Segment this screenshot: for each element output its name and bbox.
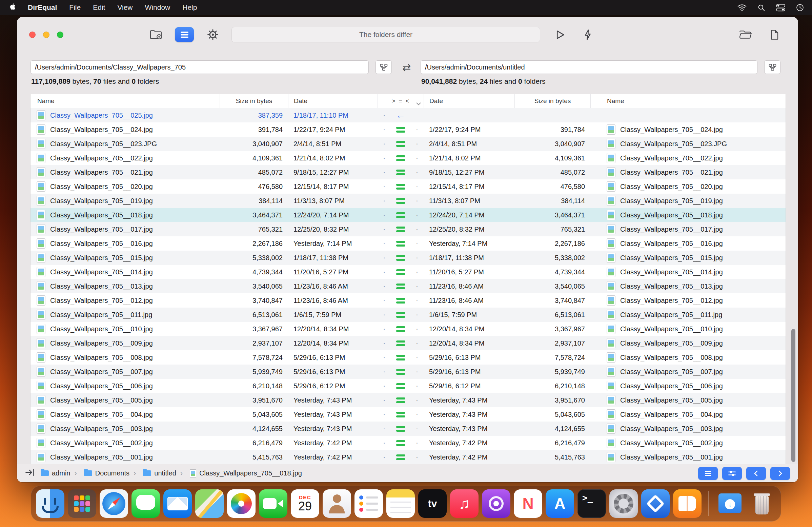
dock-maps-icon[interactable] — [195, 489, 224, 518]
dock-facetime-icon[interactable] — [259, 489, 287, 518]
equal-icon — [396, 341, 405, 346]
breadcrumb-item[interactable]: Documents — [70, 469, 129, 478]
export-report-button[interactable] — [765, 26, 784, 44]
right-folder-tree-button[interactable] — [764, 60, 781, 74]
menu-item-view[interactable]: View — [117, 3, 132, 12]
dock-mail-icon[interactable] — [163, 489, 192, 518]
table-row[interactable]: Classy_Wallpapers_705__002.jpg6,216,479Y… — [30, 436, 786, 450]
dot-icon: · — [416, 169, 418, 176]
file-date-left: 11/20/16, 5:27 PM — [288, 268, 378, 276]
file-date-right: Yesterday, 7:43 PM — [424, 411, 514, 418]
table-row[interactable]: Classy_Wallpapers_705__018.jpg3,464,3711… — [30, 208, 786, 222]
new-comparison-button[interactable] — [147, 26, 165, 44]
equal-icon — [396, 326, 405, 332]
header-compare[interactable]: > = < — [378, 94, 424, 108]
apple-menu-icon[interactable] — [10, 3, 16, 12]
wifi-icon[interactable] — [737, 4, 746, 11]
settings-gear-button[interactable] — [204, 26, 222, 44]
breadcrumb-item[interactable]: admin — [41, 469, 70, 477]
table-row[interactable]: Classy_Wallpapers_705__011.jpg6,513,0611… — [30, 308, 786, 322]
menu-item-edit[interactable]: Edit — [93, 3, 105, 12]
close-button[interactable] — [29, 31, 35, 38]
spotlight-search-icon[interactable] — [757, 4, 765, 12]
dock-podcasts-icon[interactable] — [482, 489, 510, 518]
breadcrumb-item[interactable]: Classy_Wallpapers_705__018.jpg — [176, 469, 302, 478]
table-row[interactable]: Classy_Wallpapers_705__001.jpg5,415,763Y… — [30, 450, 786, 464]
quick-sync-bolt-button[interactable] — [579, 26, 597, 44]
reveal-in-finder-button[interactable] — [736, 26, 755, 44]
equal-icon — [396, 212, 405, 218]
equal-icon — [396, 170, 405, 175]
dock-apps: DEC29 — [36, 489, 776, 518]
dot-icon: · — [416, 154, 418, 162]
compare-indicator: ·· — [378, 439, 424, 447]
dock-calendar-icon[interactable]: DEC29 — [291, 489, 319, 518]
dock-downloads-icon[interactable] — [716, 489, 744, 518]
dock-photos-icon[interactable] — [227, 489, 256, 518]
menu-item-file[interactable]: File — [69, 3, 81, 12]
image-file-icon — [607, 267, 615, 277]
table-row[interactable]: Classy_Wallpapers_705__021.jpg485,0729/1… — [30, 165, 786, 180]
table-row[interactable]: Classy_Wallpapers_705__023.JPG3,040,9072… — [30, 137, 786, 151]
table-row[interactable]: Classy_Wallpapers_705__006.jpg6,210,1485… — [30, 379, 786, 393]
dock-reminders-icon[interactable] — [354, 489, 383, 518]
table-row[interactable]: Classy_Wallpapers_705__003.jpg4,124,655Y… — [30, 422, 786, 436]
dock-music-icon[interactable] — [450, 489, 479, 518]
menu-item-help[interactable]: Help — [182, 3, 197, 12]
table-row[interactable]: Classy_Wallpapers_705__004.jpg5,043,605Y… — [30, 407, 786, 422]
dock-launchpad-icon[interactable] — [68, 489, 96, 518]
clock-icon[interactable] — [796, 4, 804, 12]
dock-terminal-icon[interactable] — [578, 489, 606, 518]
menu-item-window[interactable]: Window — [145, 3, 171, 12]
list-options-button[interactable] — [698, 467, 718, 480]
dock-appstore-icon[interactable] — [546, 489, 574, 518]
control-center-icon[interactable] — [776, 4, 785, 12]
next-difference-button[interactable] — [770, 467, 790, 480]
table-row[interactable]: Classy_Wallpapers_705__012.jpg3,740,8471… — [30, 293, 786, 308]
table-row[interactable]: Classy_Wallpapers_705__025.jpg387,3591/1… — [30, 108, 786, 123]
table-row[interactable]: Classy_Wallpapers_705__019.jpg384,11411/… — [30, 194, 786, 208]
dock-finder-icon[interactable] — [36, 489, 64, 518]
table-row[interactable]: Classy_Wallpapers_705__007.jpg5,939,7495… — [30, 365, 786, 379]
dock-books-icon[interactable] — [673, 489, 701, 518]
vertical-scrollbar[interactable] — [791, 329, 795, 462]
table-row[interactable]: Classy_Wallpapers_705__017.jpg765,32112/… — [30, 222, 786, 237]
dock-tv-icon[interactable] — [418, 489, 447, 518]
previous-difference-button[interactable] — [746, 467, 766, 480]
dock-safari-icon[interactable] — [100, 489, 128, 518]
right-path-field[interactable] — [421, 60, 757, 74]
jump-to-selection-icon[interactable] — [25, 468, 35, 479]
table-row[interactable]: Classy_Wallpapers_705__014.jpg4,739,3441… — [30, 265, 786, 279]
file-name-right: Classy_Wallpapers_705__017.jpg — [590, 224, 786, 234]
menu-app-name[interactable]: DirEqual — [28, 3, 57, 12]
zoom-button[interactable] — [57, 31, 63, 38]
filter-sliders-button[interactable] — [722, 467, 742, 480]
dock-messages-icon[interactable] — [131, 489, 160, 518]
table-row[interactable]: Classy_Wallpapers_705__009.jpg2,937,1071… — [30, 336, 786, 350]
table-row[interactable]: Classy_Wallpapers_705__010.jpg3,367,9671… — [30, 322, 786, 336]
dock-notes-icon[interactable] — [386, 489, 415, 518]
dock-contacts-icon[interactable] — [323, 489, 351, 518]
dock-trash-icon[interactable] — [748, 489, 776, 518]
table-row[interactable]: Classy_Wallpapers_705__022.jpg4,109,3611… — [30, 151, 786, 165]
run-comparison-button[interactable] — [551, 26, 569, 44]
breadcrumb-item[interactable]: untitled — [129, 469, 176, 478]
minimize-button[interactable] — [43, 31, 49, 38]
file-size-right: 3,464,371 — [514, 211, 590, 219]
left-folder-tree-button[interactable] — [376, 60, 392, 74]
dock-news-icon[interactable] — [514, 489, 542, 518]
table-row[interactable]: Classy_Wallpapers_705__024.jpg391,7841/2… — [30, 123, 786, 137]
swap-sides-button[interactable]: ⇄ — [398, 60, 416, 74]
table-row[interactable]: Classy_Wallpapers_705__016.jpg2,267,186Y… — [30, 237, 786, 251]
left-path-field[interactable] — [30, 60, 369, 74]
table-row[interactable]: Classy_Wallpapers_705__020.jpg476,58012/… — [30, 180, 786, 194]
table-row[interactable]: Classy_Wallpapers_705__013.jpg3,540,0651… — [30, 279, 786, 293]
table-row[interactable]: Classy_Wallpapers_705__008.jpg7,578,7245… — [30, 350, 786, 365]
file-size-left: 2,937,107 — [220, 340, 288, 347]
chevron-down-icon[interactable] — [416, 100, 421, 107]
dock-direqual-icon[interactable] — [641, 489, 670, 518]
view-mode-button[interactable] — [175, 27, 194, 42]
table-row[interactable]: Classy_Wallpapers_705__005.jpg3,951,670Y… — [30, 393, 786, 407]
table-row[interactable]: Classy_Wallpapers_705__015.jpg5,338,0021… — [30, 251, 786, 265]
dock-sysprefs-icon[interactable] — [609, 489, 638, 518]
